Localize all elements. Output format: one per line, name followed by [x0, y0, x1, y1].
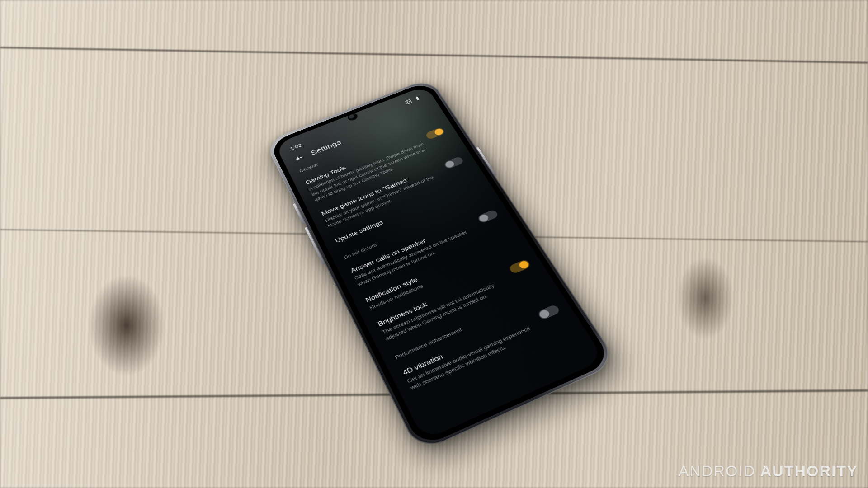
settings-list[interactable]: General Gaming Tools A collection of han…: [296, 112, 592, 430]
toggle-answer-calls-speaker[interactable]: [476, 209, 499, 224]
toggle-move-game-icons[interactable]: [443, 156, 464, 169]
toggle-brightness-lock[interactable]: [508, 259, 532, 275]
toggle-4d-vibration[interactable]: [537, 304, 561, 320]
watermark-part2: AUTHORITY: [760, 462, 858, 479]
toggle-gaming-tools[interactable]: [425, 127, 445, 140]
watermark-part1: ANDROID: [679, 462, 756, 479]
row-subtitle: Get an immersive audio-visual gaming exp…: [406, 322, 543, 392]
stage: 1:02 Settings: [0, 0, 868, 488]
watermark: ANDROID AUTHORITY: [679, 462, 858, 480]
phone: 1:02 Settings: [264, 78, 618, 453]
svg-rect-1: [415, 97, 419, 100]
arrow-left-icon: [294, 153, 306, 163]
